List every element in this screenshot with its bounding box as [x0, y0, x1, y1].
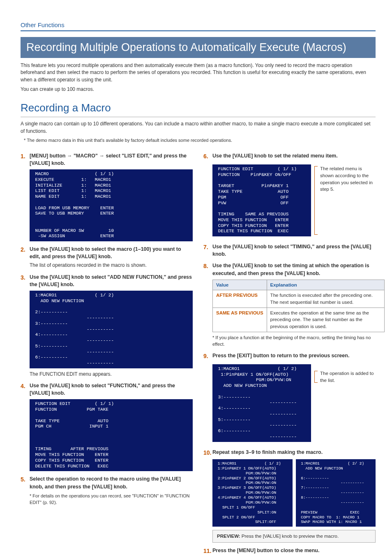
- step-4: 4. Use the [VALUE] knob to select "FUNCT…: [21, 382, 193, 397]
- step-number: 8.: [203, 262, 212, 277]
- table-header-value: Value: [213, 280, 267, 290]
- subsection-intro: A single macro can contain up to 10 diff…: [21, 120, 376, 135]
- step-11-text: Press the [MENU] button to close the men…: [212, 547, 376, 555]
- step-number: 11.: [203, 547, 212, 555]
- table-row: AFTER PREVIOUS The function is executed …: [213, 290, 385, 308]
- preview-text: Press the [VALUE] knob to preview the ma…: [240, 534, 339, 539]
- table-cell-explanation: Executes the operation at the same time …: [267, 308, 384, 332]
- step-2-subtext: The list of operations recorded in the m…: [30, 262, 193, 269]
- table-cell-value: AFTER PREVIOUS: [213, 290, 267, 308]
- step-9: 9. Press the [EXIT] button to return to …: [203, 352, 376, 360]
- step-8-note: If you place a function at the beginning…: [212, 335, 376, 348]
- step-6-text: Use the [VALUE] knob to set the related …: [212, 152, 376, 160]
- table-row: SAME AS PREVIOUS Executes the operation …: [213, 308, 385, 332]
- step-number: 6.: [203, 152, 212, 160]
- step-5-text: Select the operation to record to the ma…: [30, 475, 193, 490]
- step-9-callout: The operation is added to the list.: [320, 369, 376, 384]
- subsection-note: The demo macro data in this unit that's …: [24, 137, 376, 144]
- intro-paragraph-2: You can create up to 100 macros.: [21, 86, 376, 93]
- step-number: 7.: [203, 243, 212, 258]
- step-4-text: Use the [VALUE] knob to select "FUNCTION…: [30, 382, 193, 397]
- table-cell-value: SAME AS PREVIOUS: [213, 308, 267, 332]
- step-2: 2. Use the [VALUE] knob to select the ma…: [21, 245, 193, 260]
- table-cell-explanation: The function is executed after the prece…: [267, 290, 384, 308]
- callout-bracket: [314, 166, 318, 235]
- step-6: 6. Use the [VALUE] knob to set the relat…: [203, 152, 376, 160]
- step-number: 1.: [21, 152, 30, 167]
- step-number: 5.: [21, 475, 30, 490]
- step-5-note: For details on the operations you can re…: [30, 493, 193, 506]
- screen-macro-final-a: 1:MACRO1 ( 1/ 2) 1:PinP&KEY 1 ON/OFF(AUT…: [212, 459, 293, 527]
- section-tag: Other Functions: [21, 21, 376, 31]
- timing-table: Value Explanation AFTER PREVIOUS The fun…: [212, 280, 385, 332]
- table-header-explanation: Explanation: [267, 280, 384, 290]
- screen-macro-list: 1:MACRO1 ( 1/ 2) ADD NEW FUNCTION 2:----…: [30, 291, 193, 368]
- step-number: 10.: [203, 449, 212, 457]
- step-1: 1. [MENU] button → "MACRO" → select "LIS…: [21, 152, 193, 167]
- step-10: 10. Repeat steps 3–9 to finish making th…: [203, 449, 376, 457]
- page-title: Recording Multiple Operations to Automat…: [21, 37, 376, 58]
- step-number: 3.: [21, 273, 30, 288]
- step-3-subtext: The FUNCTION EDIT menu appears.: [30, 371, 193, 378]
- subsection-title: Recording a Macro: [21, 100, 376, 117]
- screen-macro-final-b: 1:MACRO1 ( 2/ 2) ADD NEW FUNCTION 6:----…: [296, 459, 376, 527]
- step-8-text: Use the [VALUE] knob to set the timing a…: [212, 262, 376, 277]
- step-number: 9.: [203, 352, 212, 360]
- step-7-text: Use the [VALUE] knob to select "TIMING,"…: [212, 243, 376, 258]
- left-column: 1. [MENU] button → "MACRO" → select "LIS…: [21, 148, 193, 555]
- step-8: 8. Use the [VALUE] knob to set the timin…: [203, 262, 376, 277]
- intro-paragraph-1: This feature lets you record multiple op…: [21, 62, 376, 83]
- step-10-text: Repeat steps 3–9 to finish making the ma…: [212, 449, 376, 457]
- step-5: 5. Select the operation to record to the…: [21, 475, 193, 490]
- step-11: 11. Press the [MENU] button to close the…: [203, 547, 376, 555]
- preview-note-box: PREVIEW: Press the [VALUE] knob to previ…: [212, 530, 376, 543]
- screen-function-edit-1: FUNCTION EDIT ( 1/ 1) FUNCTION PGM TAKE …: [30, 399, 193, 471]
- screen-macro-menu: MACRO ( 1/ 1) EXECUTE 1: MACRO1 INITIALI…: [30, 169, 193, 241]
- screen-macro-list-after: 1:MACRO1 ( 1/ 2) 1:PinP&KEY 1 ON/OFF(AUT…: [212, 364, 311, 442]
- step-number: 2.: [21, 245, 30, 260]
- step-1-text: [MENU] button → "MACRO" → select "LIST E…: [30, 152, 193, 167]
- preview-label: PREVIEW:: [217, 534, 240, 539]
- step-number: 4.: [21, 382, 30, 397]
- step-9-text: Press the [EXIT] button to return to the…: [212, 352, 376, 360]
- step-7: 7. Use the [VALUE] knob to select "TIMIN…: [203, 243, 376, 258]
- step-3-text: Use the [VALUE] knob to select "ADD NEW …: [30, 273, 193, 288]
- right-column: 6. Use the [VALUE] knob to set the relat…: [203, 148, 376, 555]
- screen-function-edit-2: FUNCTION EDIT ( 1/ 1) FUNCTION PinP&KEY …: [212, 164, 311, 236]
- step-3: 3. Use the [VALUE] knob to select "ADD N…: [21, 273, 193, 288]
- step-6-callout: The related menu is shown according to t…: [320, 164, 376, 194]
- callout-bracket: [314, 371, 318, 383]
- step-2-text: Use the [VALUE] knob to select the macro…: [30, 245, 193, 260]
